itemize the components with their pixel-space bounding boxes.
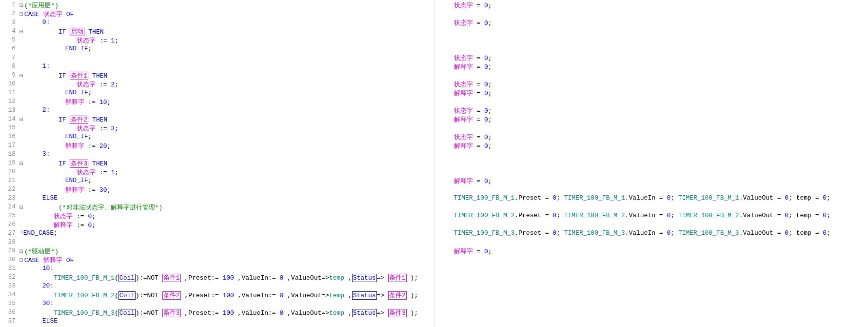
r-line-17: 解释字 = 0;: [434, 142, 868, 150]
line-27: 27 └END_CASE;: [0, 229, 434, 238]
editor-container: 1 ⊟(*应用层*) 2 ⊟CASE 状态字 OF 3 0: 4 ⊟ IF 启动…: [0, 0, 868, 327]
r-line-18: [434, 150, 868, 159]
line-31: 31 10:: [0, 265, 434, 273]
r-line-8: 解释字 = 0;: [434, 62, 868, 71]
line-24: 24 ⊟ (*对非法状态字、解释字进行管理*): [0, 203, 434, 212]
r-line-23: [434, 203, 868, 212]
line-33: 33 20:: [0, 282, 434, 291]
r-line-25: [434, 238, 868, 247]
line-20: 20 状态字 := 1;: [0, 168, 434, 177]
r-line-1: 状态字 = 0;: [434, 1, 868, 10]
r-line-timer3: TIMER_100_FB_M_3.Preset = 0; TIMER_100_F…: [434, 229, 868, 238]
r-line-13: 状态字 = 0;: [434, 106, 868, 115]
r-line-11: 解释字 = 0;: [434, 89, 868, 98]
line-29: 29 ⊟(*驱动层*): [0, 247, 434, 256]
r-line-else: 解释字 = 0;: [434, 247, 868, 256]
line-3: 3 0:: [0, 19, 434, 27]
right-pane[interactable]: 状态字 = 0; 状态字 = 0; 状态字 = 0; 解释字 = 0;: [434, 0, 868, 327]
line-35: 35 30:: [0, 300, 434, 308]
r-line-22: [434, 185, 868, 194]
line-19: 19 ⊟ IF 条件3 THEN: [0, 159, 434, 168]
r-line-4: [434, 27, 868, 36]
line-10: 10 状态字 := 2;: [0, 80, 434, 89]
line-23: 23 ELSE: [0, 194, 434, 203]
r-line-5: [434, 36, 868, 45]
line-25: 25 状态字 := 0;: [0, 212, 434, 221]
line-5: 5 状态字 := 1;: [0, 36, 434, 45]
line-36: 36 TIMER_100_FB_M_3(Coil):=NOT 条件3 ,Pres…: [0, 308, 434, 317]
r-line-16: 状态字 = 0;: [434, 133, 868, 142]
line-21: 21 END_IF;: [0, 177, 434, 185]
r-line-10: 状态字 = 0;: [434, 80, 868, 89]
line-26: 26 解释字 := 0;: [0, 221, 434, 229]
r-line-19: [434, 159, 868, 168]
line-1: 1 ⊟(*应用层*): [0, 1, 434, 10]
r-line-15: [434, 124, 868, 133]
line-11: 11 END_IF;: [0, 89, 434, 98]
line-16: 16 END_IF;: [0, 133, 434, 142]
line-34: 34 TIMER_100_FB_M_2(Coil):=NOT 条件2 ,Pres…: [0, 291, 434, 300]
r-line-12: [434, 98, 868, 106]
r-line-timer2: TIMER_100_FB_M_2.Preset = 0; TIMER_100_F…: [434, 212, 868, 221]
r-line-24: [434, 221, 868, 229]
r-line-7: 状态字 = 0;: [434, 54, 868, 62]
line-2: 2 ⊟CASE 状态字 OF: [0, 10, 434, 19]
line-6: 6 END_IF;: [0, 45, 434, 54]
r-line-9: [434, 71, 868, 80]
line-9: 9 ⊟ IF 条件1 THEN: [0, 71, 434, 80]
r-line-14: 解释字 = 0;: [434, 115, 868, 124]
r-line-2: [434, 10, 868, 19]
line-15: 15 状态字 := 3;: [0, 124, 434, 133]
r-line-timer1: TIMER_100_FB_M_1.Preset = 0; TIMER_100_F…: [434, 194, 868, 203]
line-7: 7: [0, 54, 434, 62]
r-line-21: 解释字 = 0;: [434, 177, 868, 185]
r-line-3: 状态字 = 0;: [434, 19, 868, 27]
line-17: 17 解释字 := 20;: [0, 142, 434, 150]
line-18: 18 3:: [0, 150, 434, 159]
line-32: 32 TIMER_100_FB_M_1(Coil):=NOT 条件1 ,Pres…: [0, 273, 434, 282]
line-8: 8 1:: [0, 62, 434, 71]
r-line-6: [434, 45, 868, 54]
line-22: 22 解释字 := 30;: [0, 185, 434, 194]
line-13: 13 2:: [0, 106, 434, 115]
r-line-20: [434, 168, 868, 177]
left-pane[interactable]: 1 ⊟(*应用层*) 2 ⊟CASE 状态字 OF 3 0: 4 ⊟ IF 启动…: [0, 0, 434, 327]
line-30: 30 ⊟CASE 解释字 OF: [0, 256, 434, 265]
line-28: 28: [0, 238, 434, 247]
line-12: 12 解释字 := 10;: [0, 98, 434, 106]
line-37: 37 ELSE: [0, 317, 434, 326]
line-14: 14 ⊟ IF 条件2 THEN: [0, 115, 434, 124]
line-4: 4 ⊟ IF 启动 THEN: [0, 27, 434, 36]
